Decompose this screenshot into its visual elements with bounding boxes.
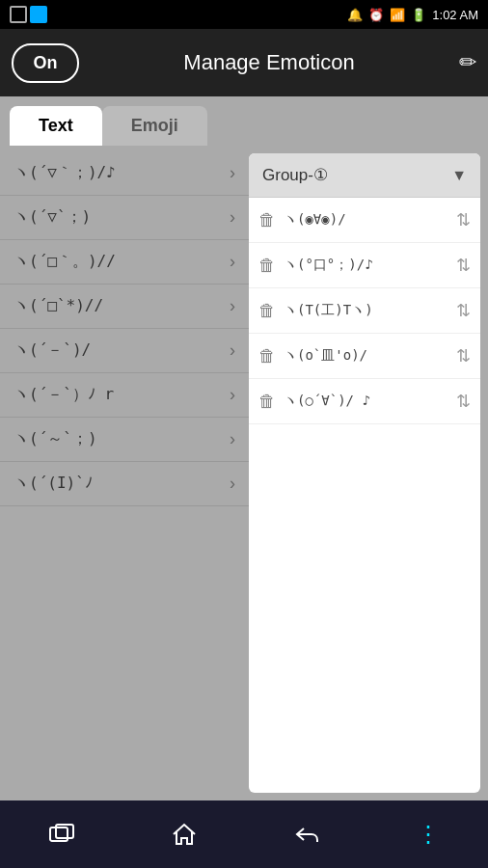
back-button[interactable] bbox=[286, 816, 329, 853]
list-item[interactable]: ヽ(´－`）ﾉ r › bbox=[0, 373, 249, 418]
list-item[interactable]: ヽ(´▽`；)ゝ › bbox=[0, 196, 249, 240]
reorder-icon[interactable]: ⇅ bbox=[456, 300, 471, 321]
app-logo bbox=[10, 6, 47, 23]
delete-icon[interactable]: 🗑 bbox=[258, 210, 276, 231]
home-button[interactable] bbox=[163, 814, 205, 854]
main-content: Text Emoji ヽ(´▽｀；)/♪ › ヽ(´▽`；)ゝ › ヽ(´□｀。… bbox=[0, 96, 488, 800]
table-row: 🗑 ヽ(T(工)Tヽ) ⇅ bbox=[249, 288, 480, 334]
arrow-right-icon: › bbox=[230, 252, 235, 272]
reorder-icon[interactable]: ⇅ bbox=[456, 255, 471, 276]
group-emoticon-text: ヽ(◉∀◉)/ bbox=[284, 211, 448, 229]
arrow-right-icon: › bbox=[230, 207, 235, 228]
list-item[interactable]: ヽ(´▽｀；)/♪ › bbox=[0, 151, 249, 196]
emoticon-text: ヽ(´～`；) bbox=[14, 429, 97, 449]
left-panel: ヽ(´▽｀；)/♪ › ヽ(´▽`；)ゝ › ヽ(´□｀。)// › ヽ(´□`… bbox=[0, 146, 249, 800]
arrow-right-icon: › bbox=[230, 474, 235, 494]
recents-button[interactable] bbox=[41, 816, 83, 853]
table-row: 🗑 ヽ(○´∀`)/ ♪ ⇅ bbox=[249, 379, 480, 424]
tab-row: Text Emoji bbox=[0, 96, 488, 146]
more-button[interactable]: ⋮ bbox=[409, 813, 447, 855]
group-emoticon-text: ヽ(°口°；)/♪ bbox=[284, 257, 448, 274]
status-left bbox=[10, 6, 47, 23]
list-item[interactable]: ヽ(´□｀。)// › bbox=[0, 240, 249, 285]
delete-icon[interactable]: 🗑 bbox=[258, 392, 276, 412]
right-panel: Group-① ▼ 🗑 ヽ(◉∀◉)/ ⇅ 🗑 ヽ(°口°；)/♪ ⇅ 🗑 ヽ(… bbox=[249, 153, 480, 793]
emoticon-text: ヽ(´□｀。)// bbox=[14, 252, 116, 272]
status-bar: 🔔 ⏰ 📶 🔋 1:02 AM bbox=[0, 0, 488, 29]
bottom-nav: ⋮ bbox=[0, 800, 488, 868]
content-area: ヽ(´▽｀；)/♪ › ヽ(´▽`；)ゝ › ヽ(´□｀。)// › ヽ(´□`… bbox=[0, 146, 488, 800]
dropdown-arrow-icon: ▼ bbox=[451, 167, 467, 184]
signal-icon: 📶 bbox=[390, 8, 405, 22]
group-emoticon-text: ヽ(o`皿'o)/ bbox=[284, 347, 448, 365]
battery-indicator: 🔋 bbox=[411, 8, 426, 22]
arrow-right-icon: › bbox=[230, 340, 235, 361]
tab-emoji[interactable]: Emoji bbox=[102, 106, 207, 146]
top-bar: On Manage Emoticon ✏ bbox=[0, 29, 488, 96]
reorder-icon[interactable]: ⇅ bbox=[456, 391, 471, 412]
page-title: Manage Emoticon bbox=[91, 50, 447, 75]
edit-icon[interactable]: ✏ bbox=[459, 50, 476, 75]
emoticon-text: ヽ(´▽｀；)/♪ bbox=[14, 163, 116, 183]
emoticon-text: ヽ(´□`*)// bbox=[14, 296, 103, 316]
table-row: 🗑 ヽ(o`皿'o)/ ⇅ bbox=[249, 334, 480, 379]
list-item[interactable]: ヽ(´(I)`ﾉ › bbox=[0, 462, 249, 506]
arrow-right-icon: › bbox=[230, 385, 235, 405]
list-item[interactable]: ヽ(´□`*)// › bbox=[0, 285, 249, 329]
battery-icon: 🔔 bbox=[347, 8, 363, 22]
group-dropdown[interactable]: Group-① ▼ bbox=[249, 153, 480, 198]
delete-icon[interactable]: 🗑 bbox=[258, 301, 276, 321]
delete-icon[interactable]: 🗑 bbox=[258, 346, 276, 366]
arrow-right-icon: › bbox=[230, 296, 235, 316]
group-label: Group-① bbox=[262, 165, 328, 185]
group-items: 🗑 ヽ(◉∀◉)/ ⇅ 🗑 ヽ(°口°；)/♪ ⇅ 🗑 ヽ(T(工)Tヽ) ⇅ … bbox=[249, 198, 480, 793]
list-item[interactable]: ヽ(´－`)/ › bbox=[0, 329, 249, 373]
on-button[interactable]: On bbox=[12, 43, 79, 83]
status-right: 🔔 ⏰ 📶 🔋 1:02 AM bbox=[347, 8, 478, 22]
list-item[interactable]: ヽ(´～`；) › bbox=[0, 418, 249, 462]
emoticon-text: ヽ(´▽`；)ゝ bbox=[14, 207, 106, 228]
emoticon-text: ヽ(´－`）ﾉ r bbox=[14, 385, 114, 405]
emoticon-text: ヽ(´－`)/ bbox=[14, 340, 91, 361]
time-display: 1:02 AM bbox=[432, 8, 478, 22]
alarm-icon: ⏰ bbox=[368, 8, 384, 22]
arrow-right-icon: › bbox=[230, 429, 235, 449]
delete-icon[interactable]: 🗑 bbox=[258, 256, 276, 276]
group-emoticon-text: ヽ(T(工)Tヽ) bbox=[284, 302, 448, 319]
group-emoticon-text: ヽ(○´∀`)/ ♪ bbox=[284, 393, 448, 410]
table-row: 🗑 ヽ(°口°；)/♪ ⇅ bbox=[249, 243, 480, 288]
reorder-icon[interactable]: ⇅ bbox=[456, 209, 471, 231]
arrow-right-icon: › bbox=[230, 163, 235, 183]
reorder-icon[interactable]: ⇅ bbox=[456, 345, 471, 366]
emoticon-text: ヽ(´(I)`ﾉ bbox=[14, 474, 93, 494]
tab-text[interactable]: Text bbox=[10, 106, 102, 146]
table-row: 🗑 ヽ(◉∀◉)/ ⇅ bbox=[249, 198, 480, 243]
